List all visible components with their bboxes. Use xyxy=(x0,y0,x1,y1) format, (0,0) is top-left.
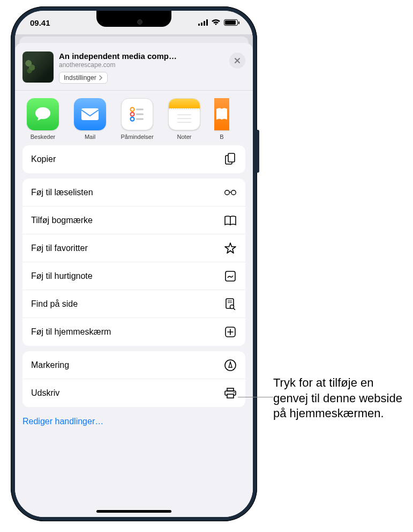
label: Kopier xyxy=(31,154,56,164)
action-favorites[interactable]: Føj til favoritter xyxy=(22,234,245,262)
svg-rect-11 xyxy=(136,119,144,120)
copy-icon xyxy=(224,153,237,166)
svg-point-10 xyxy=(131,117,134,121)
app-label: B xyxy=(220,134,223,140)
svg-rect-5 xyxy=(81,108,99,120)
svg-point-32 xyxy=(234,392,235,393)
status-right xyxy=(198,19,238,26)
svg-point-17 xyxy=(225,190,230,195)
svg-rect-2 xyxy=(204,21,205,26)
svg-rect-9 xyxy=(136,114,144,115)
label: Føj til favoritter xyxy=(31,243,88,253)
svg-point-8 xyxy=(131,113,134,116)
share-app-reminders[interactable]: Påmindelser xyxy=(120,98,154,140)
share-header: An independent media comp… anotherescape… xyxy=(15,47,253,90)
action-group-3: Markering Udskriv xyxy=(22,351,245,407)
options-label: Indstillinger xyxy=(64,74,96,82)
find-icon xyxy=(224,298,237,310)
print-icon xyxy=(224,388,237,398)
label: Find på side xyxy=(31,299,78,309)
action-print[interactable]: Udskriv xyxy=(22,379,245,407)
notch xyxy=(96,11,171,27)
close-icon xyxy=(234,57,241,64)
action-copy[interactable]: Kopier xyxy=(22,145,245,173)
label: Føj til læselisten xyxy=(31,188,93,197)
label: Føj til hjemmeskærm xyxy=(31,327,111,337)
side-button xyxy=(256,130,259,173)
options-button[interactable]: Indstillinger xyxy=(59,72,108,84)
app-label: Beskeder xyxy=(31,134,55,140)
action-markup[interactable]: Markering xyxy=(22,351,245,379)
mail-icon xyxy=(74,98,106,130)
label: Føj til hurtignote xyxy=(31,271,93,281)
svg-rect-31 xyxy=(227,394,234,398)
action-group-2: Føj til læselisten Tilføj bogmærke Føj t… xyxy=(22,179,245,346)
status-time: 09.41 xyxy=(30,18,50,27)
share-app-messages[interactable]: Beskeder xyxy=(26,98,60,140)
front-camera xyxy=(137,19,142,25)
share-apps-row[interactable]: Beskeder Mail På xyxy=(15,91,253,145)
svg-rect-7 xyxy=(136,109,144,110)
battery-icon xyxy=(224,19,238,26)
action-groups: Kopier Føj til læselisten Tilfø xyxy=(15,145,253,415)
markup-icon xyxy=(224,359,237,371)
action-bookmark[interactable]: Tilføj bogmærke xyxy=(22,206,245,234)
svg-rect-16 xyxy=(228,153,235,162)
share-app-mail[interactable]: Mail xyxy=(73,98,107,140)
share-sheet: An independent media comp… anotherescape… xyxy=(15,43,253,517)
notes-icon xyxy=(168,98,200,130)
page-title: An independent media comp… xyxy=(59,51,224,61)
phone-frame: 09.41 An independent media comp… xyxy=(11,6,257,521)
svg-point-18 xyxy=(231,190,236,195)
label: Udskriv xyxy=(31,388,59,398)
app-label: Noter xyxy=(177,134,192,140)
svg-rect-0 xyxy=(198,24,200,26)
status-bar: 09.41 xyxy=(15,11,253,34)
quick-note-icon xyxy=(224,271,237,282)
book-icon xyxy=(224,215,237,226)
page-thumbnail xyxy=(22,51,54,83)
svg-line-24 xyxy=(234,308,235,310)
reminders-icon xyxy=(121,98,153,130)
page-url: anotherescape.com xyxy=(59,61,224,69)
svg-rect-1 xyxy=(201,23,202,26)
label: Tilføj bogmærke xyxy=(31,216,93,225)
label: Markering xyxy=(31,360,69,370)
screen: 09.41 An independent media comp… xyxy=(15,11,253,517)
action-reading-list[interactable]: Føj til læselisten xyxy=(22,179,245,206)
action-group-1: Kopier xyxy=(22,145,245,173)
messages-icon xyxy=(27,98,59,130)
glasses-icon xyxy=(224,189,237,196)
svg-point-6 xyxy=(131,108,134,112)
svg-point-4 xyxy=(35,107,50,119)
close-button[interactable] xyxy=(229,53,245,69)
callout-text: Tryk for at tilføje en genvej til denne … xyxy=(273,375,407,422)
chevron-right-icon xyxy=(99,75,103,80)
home-indicator[interactable] xyxy=(96,510,171,513)
callout-leader-line xyxy=(238,397,273,397)
share-app-partial[interactable]: B xyxy=(214,98,229,140)
share-app-notes[interactable]: Noter xyxy=(167,98,201,140)
signal-icon xyxy=(198,19,208,26)
star-icon xyxy=(224,242,237,254)
app-label: Mail xyxy=(85,134,95,140)
svg-point-23 xyxy=(230,305,234,308)
books-icon xyxy=(214,98,229,130)
action-home-screen[interactable]: Føj til hjemmeskærm xyxy=(22,318,245,346)
add-home-icon xyxy=(224,327,237,337)
header-text: An independent media comp… anotherescape… xyxy=(59,51,224,84)
app-label: Påmindelser xyxy=(121,134,153,140)
wifi-icon xyxy=(211,19,221,26)
action-quick-note[interactable]: Føj til hurtignote xyxy=(22,262,245,290)
svg-rect-3 xyxy=(206,19,208,26)
action-find[interactable]: Find på side xyxy=(22,290,245,318)
svg-rect-19 xyxy=(226,271,235,281)
edit-actions-link[interactable]: Rediger handlinger… xyxy=(15,415,253,433)
